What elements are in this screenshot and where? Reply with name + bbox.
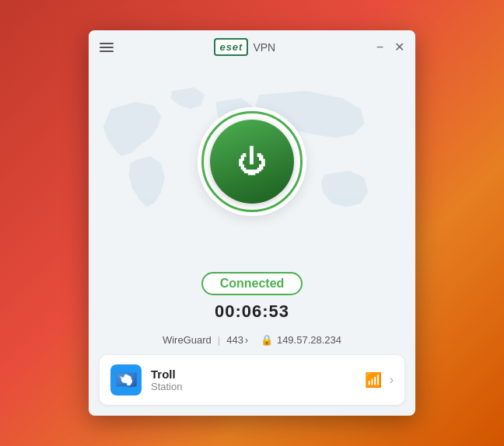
connection-info: WireGuard | 443 › 🔒 149.57.28.234 bbox=[89, 328, 415, 350]
divider: | bbox=[218, 334, 220, 346]
minimize-button[interactable]: − bbox=[376, 41, 383, 54]
menu-button[interactable] bbox=[100, 43, 114, 52]
connection-status-badge: Connected bbox=[201, 272, 303, 295]
server-right-controls: 📶 › bbox=[365, 371, 394, 389]
signal-strength-icon: 📶 bbox=[365, 371, 382, 389]
connection-timer: 00:06:53 bbox=[215, 301, 289, 322]
lock-icon: 🔒 bbox=[261, 334, 273, 346]
app-window: eset VPN − ✕ bbox=[89, 30, 415, 416]
power-toggle-button[interactable]: ⏻ bbox=[210, 120, 294, 204]
server-info: Troll Station bbox=[151, 368, 355, 392]
power-icon: ⏻ bbox=[237, 147, 267, 176]
titlebar: eset VPN − ✕ bbox=[89, 30, 415, 61]
protocol-label: WireGuard bbox=[163, 334, 212, 346]
titlebar-center: eset VPN bbox=[214, 38, 275, 56]
port-arrow-icon[interactable]: › bbox=[245, 335, 248, 346]
port-label: 443 bbox=[226, 334, 243, 346]
close-button[interactable]: ✕ bbox=[394, 41, 404, 54]
ip-group: 🔒 149.57.28.234 bbox=[261, 334, 341, 346]
ip-address: 149.57.28.234 bbox=[277, 334, 341, 346]
map-area: ⏻ bbox=[89, 61, 415, 263]
server-name: Troll bbox=[151, 368, 355, 381]
eset-logo: eset bbox=[214, 38, 248, 56]
server-card[interactable]: 🇦🇶 Troll Station 📶 › bbox=[100, 355, 404, 405]
titlebar-left bbox=[100, 43, 114, 52]
power-ring: ⏻ bbox=[201, 111, 303, 212]
vpn-label: VPN bbox=[253, 41, 275, 54]
titlebar-right: − ✕ bbox=[376, 41, 404, 54]
main-content: ⏻ Connected 00:06:53 WireGuard | 443 › 🔒… bbox=[89, 61, 415, 405]
server-subtitle: Station bbox=[151, 381, 355, 392]
power-button-container: ⏻ bbox=[198, 107, 306, 216]
chevron-right-icon[interactable]: › bbox=[390, 373, 394, 387]
status-section: Connected 00:06:53 bbox=[89, 263, 415, 328]
flag-emoji: 🇦🇶 bbox=[116, 370, 137, 390]
server-flag-icon: 🇦🇶 bbox=[110, 364, 142, 395]
